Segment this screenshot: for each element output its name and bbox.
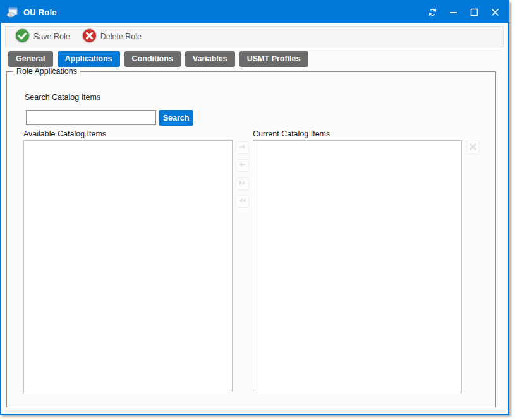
maximize-icon[interactable] [469, 7, 479, 17]
titlebar[interactable]: OU Role [1, 1, 508, 23]
tab-general[interactable]: General [8, 51, 53, 67]
search-button[interactable]: Search [159, 110, 193, 126]
move-all-right-button[interactable] [236, 177, 249, 190]
move-right-button[interactable] [236, 141, 249, 154]
ou-role-window: OU Role [0, 0, 509, 415]
current-catalog-list[interactable] [253, 140, 462, 392]
toolbar: Save Role Delete Role [5, 26, 504, 47]
available-catalog-label: Available Catalog Items [23, 129, 106, 138]
search-input[interactable] [26, 110, 156, 125]
window-controls [427, 1, 500, 23]
current-catalog-label: Current Catalog Items [253, 129, 330, 138]
role-applications-group: Role Applications Search Catalog Items S… [6, 71, 496, 407]
group-legend: Role Applications [13, 67, 80, 76]
app-icon [6, 6, 18, 18]
tab-variables[interactable]: Variables [185, 51, 235, 67]
arrow-left-icon [238, 160, 246, 171]
move-all-left-button[interactable] [236, 195, 249, 208]
delete-role-label: Delete Role [100, 32, 142, 41]
double-arrow-right-icon [238, 179, 246, 189]
search-catalog-label: Search Catalog Items [25, 93, 100, 102]
tab-bar: General Applications Conditions Variable… [8, 51, 308, 67]
minimize-icon[interactable] [448, 7, 458, 17]
save-role-button[interactable]: Save Role [12, 27, 73, 47]
delete-icon [82, 28, 97, 46]
save-role-label: Save Role [33, 32, 70, 41]
close-icon[interactable] [490, 7, 500, 17]
tab-conditions[interactable]: Conditions [124, 51, 181, 67]
delete-role-button[interactable]: Delete Role [79, 27, 144, 47]
x-mark-icon [469, 143, 477, 153]
screen: OU Role [0, 0, 515, 420]
window-title: OU Role [23, 8, 57, 17]
tab-applications[interactable]: Applications [58, 51, 120, 67]
remove-current-item-button[interactable] [466, 141, 480, 154]
move-left-button[interactable] [236, 159, 249, 172]
refresh-icon[interactable] [427, 7, 437, 17]
tab-usmt-profiles[interactable]: USMT Profiles [239, 51, 308, 67]
arrow-right-icon [238, 143, 246, 153]
double-arrow-left-icon [238, 196, 246, 207]
save-icon [15, 28, 30, 46]
available-catalog-list[interactable] [23, 140, 233, 392]
